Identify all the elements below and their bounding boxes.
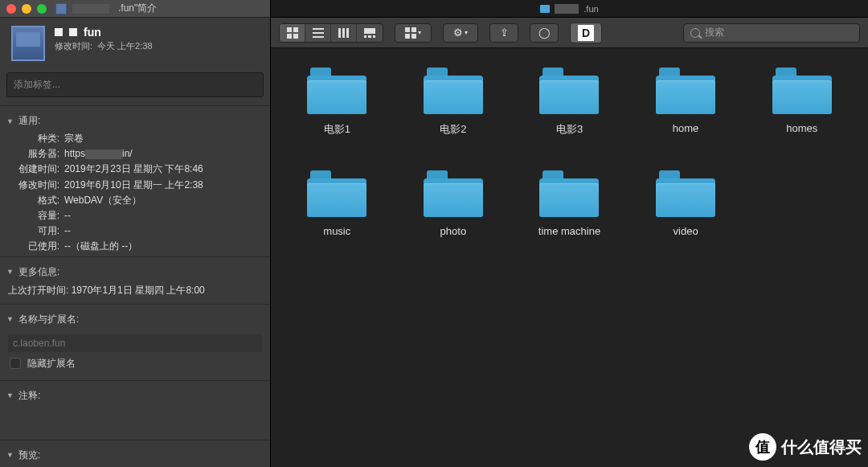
- volume-icon: [11, 26, 45, 61]
- folder-label: photo: [440, 225, 467, 237]
- modified-label: 修改时间:: [10, 178, 64, 193]
- section-preview-header[interactable]: ▼ 预览:: [0, 442, 270, 465]
- dropbox-button[interactable]: D: [570, 23, 602, 43]
- created-label: 创建时间:: [10, 162, 64, 177]
- watermark-badge-icon: 值: [749, 433, 776, 461]
- info-titlebar[interactable]: .fun"简介: [0, 0, 270, 18]
- view-column-button[interactable]: [331, 24, 357, 42]
- zoom-button[interactable]: [37, 4, 47, 14]
- used-value: --（磁盘上的 --）: [64, 239, 260, 254]
- folder-label: homes: [786, 122, 817, 134]
- search-icon: [690, 28, 700, 38]
- columns-icon: [338, 28, 350, 38]
- redacted-title-part: [72, 4, 109, 14]
- share-icon: ⇪: [500, 27, 509, 39]
- folder-icon: [539, 170, 599, 217]
- get-info-panel: .fun"简介 fun 修改时间: 今天 上午2:38 添加标签... ▼ 通用…: [0, 0, 271, 467]
- tags-placeholder: 添加标签...: [14, 79, 60, 90]
- folder-label: 电影3: [556, 122, 583, 137]
- section-comments-title: 注释:: [18, 389, 40, 403]
- name-extension-field[interactable]: c.laoben.fun: [8, 334, 262, 352]
- hide-extension-checkbox[interactable]: [10, 358, 21, 369]
- folder-grid: 电影1电影2电影3homehomesmusicphototime machine…: [287, 68, 852, 237]
- folder-icon: [307, 170, 366, 217]
- folder-item[interactable]: video: [636, 170, 736, 237]
- chevron-down-icon: ▾: [465, 29, 468, 36]
- section-name-ext-header[interactable]: ▼ 名称与扩展名:: [0, 306, 270, 330]
- gear-icon: ⚙: [453, 27, 463, 39]
- search-placeholder: 搜索: [705, 26, 724, 39]
- finder-toolbar: ▾ ⚙▾ ⇪ ◯ D 搜索: [271, 18, 868, 48]
- watermark-text: 什么值得买: [781, 436, 862, 458]
- view-mode-segmented: [279, 23, 383, 43]
- last-opened-label: 上次打开时间:: [8, 285, 68, 296]
- folder-item[interactable]: 电影3: [519, 68, 620, 137]
- grid-icon: [287, 27, 298, 39]
- hide-extension-label: 隐藏扩展名: [27, 357, 76, 371]
- close-button[interactable]: [6, 4, 16, 14]
- available-value: --: [64, 223, 260, 239]
- finder-content: 电影1电影2电影3homehomesmusicphototime machine…: [271, 48, 868, 467]
- capacity-value: --: [64, 208, 260, 223]
- folder-label: video: [674, 225, 698, 237]
- section-more-title: 更多信息:: [18, 265, 59, 279]
- section-more-header[interactable]: ▼ 更多信息:: [0, 259, 270, 282]
- redacted-square: [69, 28, 77, 36]
- folder-item[interactable]: home: [636, 68, 736, 137]
- folder-label: 电影2: [440, 122, 466, 137]
- folder-icon: [772, 68, 832, 114]
- redacted-finder-title: [555, 4, 579, 14]
- folder-item[interactable]: 电影1: [287, 68, 387, 137]
- capacity-label: 容量:: [10, 208, 64, 223]
- tags-input[interactable]: 添加标签...: [6, 72, 264, 97]
- folder-item[interactable]: photo: [403, 170, 504, 237]
- folder-label: time machine: [538, 225, 600, 237]
- folder-icon: [656, 68, 715, 114]
- search-input[interactable]: 搜索: [683, 23, 860, 43]
- used-label: 已使用:: [10, 239, 64, 254]
- view-gallery-button[interactable]: [357, 24, 383, 42]
- disclosure-triangle-icon: ▼: [6, 391, 14, 399]
- section-general-header[interactable]: ▼ 通用:: [0, 108, 270, 131]
- share-button[interactable]: ⇪: [489, 23, 518, 43]
- folder-label: 电影1: [324, 122, 350, 137]
- last-opened-value: 1970年1月1日 星期四 上午8:00: [72, 285, 205, 296]
- server-label: 服务器:: [10, 146, 64, 162]
- section-name-ext-title: 名称与扩展名:: [18, 313, 79, 326]
- chevron-down-icon: ▾: [418, 29, 421, 36]
- tags-button[interactable]: ◯: [530, 23, 559, 43]
- format-value: WebDAV（安全）: [64, 193, 260, 208]
- view-list-button[interactable]: [305, 24, 331, 42]
- folder-item[interactable]: 电影2: [403, 68, 504, 137]
- volume-name: fun: [84, 26, 101, 39]
- disclosure-triangle-icon: ▼: [6, 451, 14, 459]
- section-general-title: 通用:: [18, 114, 40, 128]
- folder-icon: [539, 68, 599, 114]
- finder-titlebar[interactable]: .fun: [271, 0, 868, 18]
- redacted-server: [85, 150, 122, 159]
- watermark: 值 什么值得买: [749, 433, 862, 461]
- info-header: fun 修改时间: 今天 上午2:38: [0, 18, 270, 71]
- folder-icon: [424, 68, 483, 114]
- finder-title: .fun: [583, 4, 598, 14]
- section-comments-header[interactable]: ▼ 注释:: [0, 383, 270, 406]
- minimize-button[interactable]: [22, 4, 31, 14]
- folder-item[interactable]: time machine: [519, 170, 620, 237]
- arrange-button[interactable]: ▾: [395, 24, 431, 42]
- volume-mini-icon: [55, 3, 67, 14]
- folder-mini-icon: [540, 5, 550, 13]
- list-icon: [313, 28, 324, 38]
- disclosure-triangle-icon: ▼: [6, 268, 14, 276]
- kind-value: 宗卷: [64, 131, 260, 146]
- folder-label: music: [323, 225, 350, 237]
- folder-item[interactable]: homes: [751, 68, 852, 137]
- folder-icon: [424, 170, 483, 217]
- action-menu-button[interactable]: ⚙▾: [443, 23, 478, 43]
- section-preview-title: 预览:: [18, 449, 40, 462]
- dropbox-icon: D: [578, 25, 594, 41]
- folder-item[interactable]: music: [287, 170, 387, 237]
- tag-icon: ◯: [538, 27, 551, 39]
- arrange-icon: [405, 27, 416, 39]
- view-icon-button[interactable]: [280, 24, 305, 42]
- disclosure-triangle-icon: ▼: [6, 315, 14, 323]
